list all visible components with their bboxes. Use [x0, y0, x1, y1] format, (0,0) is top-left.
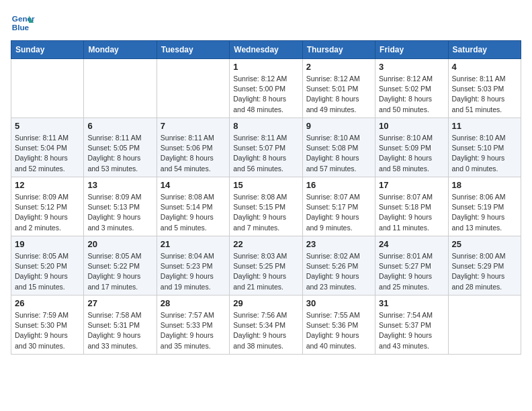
- day-number: 9: [306, 121, 371, 131]
- day-number: 5: [15, 121, 80, 131]
- day-info: Sunrise: 8:10 AMSunset: 5:10 PMDaylight:…: [452, 133, 517, 174]
- calendar-cell: 17Sunrise: 8:07 AMSunset: 5:18 PMDayligh…: [375, 177, 448, 236]
- day-info: Sunrise: 8:07 AMSunset: 5:18 PMDaylight:…: [379, 192, 444, 233]
- day-info: Sunrise: 7:54 AMSunset: 5:37 PMDaylight:…: [379, 310, 444, 351]
- day-number: 26: [15, 298, 80, 308]
- calendar-cell: 8Sunrise: 8:11 AMSunset: 5:07 PMDaylight…: [230, 118, 302, 177]
- page-header: General Blue: [11, 11, 521, 35]
- day-number: 8: [233, 121, 298, 131]
- calendar-cell: 15Sunrise: 8:08 AMSunset: 5:15 PMDayligh…: [230, 177, 302, 236]
- calendar-cell: [157, 59, 229, 118]
- calendar-cell: 26Sunrise: 7:59 AMSunset: 5:30 PMDayligh…: [11, 295, 84, 355]
- day-info: Sunrise: 8:05 AMSunset: 5:20 PMDaylight:…: [15, 251, 80, 292]
- day-number: 11: [452, 121, 517, 131]
- day-number: 13: [87, 180, 152, 190]
- day-info: Sunrise: 8:09 AMSunset: 5:12 PMDaylight:…: [15, 192, 80, 233]
- calendar-week-3: 12Sunrise: 8:09 AMSunset: 5:12 PMDayligh…: [11, 177, 521, 236]
- day-info: Sunrise: 8:11 AMSunset: 5:06 PMDaylight:…: [161, 133, 226, 174]
- weekday-header-sunday: Sunday: [11, 41, 84, 59]
- calendar-body: 1Sunrise: 8:12 AMSunset: 5:00 PMDaylight…: [11, 59, 521, 355]
- calendar-cell: 19Sunrise: 8:05 AMSunset: 5:20 PMDayligh…: [11, 236, 84, 295]
- calendar-week-5: 26Sunrise: 7:59 AMSunset: 5:30 PMDayligh…: [11, 295, 521, 355]
- calendar-cell: 23Sunrise: 8:02 AMSunset: 5:26 PMDayligh…: [302, 236, 375, 295]
- day-info: Sunrise: 8:11 AMSunset: 5:07 PMDaylight:…: [233, 133, 298, 174]
- weekday-header-thursday: Thursday: [302, 41, 375, 59]
- calendar-cell: 31Sunrise: 7:54 AMSunset: 5:37 PMDayligh…: [375, 295, 448, 355]
- weekday-header-tuesday: Tuesday: [157, 41, 229, 59]
- day-info: Sunrise: 8:12 AMSunset: 5:02 PMDaylight:…: [379, 74, 444, 115]
- calendar-cell: 30Sunrise: 7:55 AMSunset: 5:36 PMDayligh…: [302, 295, 375, 355]
- calendar-cell: 25Sunrise: 8:00 AMSunset: 5:29 PMDayligh…: [448, 236, 521, 295]
- day-number: 18: [452, 180, 517, 190]
- day-info: Sunrise: 8:10 AMSunset: 5:08 PMDaylight:…: [306, 133, 371, 174]
- calendar-cell: 4Sunrise: 8:11 AMSunset: 5:03 PMDaylight…: [448, 59, 521, 118]
- day-info: Sunrise: 8:08 AMSunset: 5:15 PMDaylight:…: [233, 192, 298, 233]
- day-number: 3: [379, 62, 444, 72]
- calendar-week-1: 1Sunrise: 8:12 AMSunset: 5:00 PMDaylight…: [11, 59, 521, 118]
- calendar-cell: 10Sunrise: 8:10 AMSunset: 5:09 PMDayligh…: [375, 118, 448, 177]
- day-info: Sunrise: 8:08 AMSunset: 5:14 PMDaylight:…: [161, 192, 226, 233]
- day-number: 19: [15, 239, 80, 249]
- day-info: Sunrise: 8:11 AMSunset: 5:03 PMDaylight:…: [452, 74, 517, 115]
- calendar-cell: 7Sunrise: 8:11 AMSunset: 5:06 PMDaylight…: [157, 118, 229, 177]
- calendar-cell: 29Sunrise: 7:56 AMSunset: 5:34 PMDayligh…: [230, 295, 302, 355]
- logo-icon: General Blue: [11, 11, 35, 35]
- day-number: 27: [87, 298, 152, 308]
- day-info: Sunrise: 8:02 AMSunset: 5:26 PMDaylight:…: [306, 251, 371, 292]
- day-number: 20: [87, 239, 152, 249]
- svg-text:Blue: Blue: [12, 23, 30, 32]
- calendar-week-4: 19Sunrise: 8:05 AMSunset: 5:20 PMDayligh…: [11, 236, 521, 295]
- day-number: 21: [161, 239, 226, 249]
- weekday-header-monday: Monday: [84, 41, 157, 59]
- calendar-cell: 6Sunrise: 8:11 AMSunset: 5:05 PMDaylight…: [84, 118, 157, 177]
- calendar-cell: 16Sunrise: 8:07 AMSunset: 5:17 PMDayligh…: [302, 177, 375, 236]
- calendar-cell: 22Sunrise: 8:03 AMSunset: 5:25 PMDayligh…: [230, 236, 302, 295]
- weekday-header-row: SundayMondayTuesdayWednesdayThursdayFrid…: [11, 41, 521, 59]
- day-info: Sunrise: 8:12 AMSunset: 5:01 PMDaylight:…: [306, 74, 371, 115]
- calendar-cell: 3Sunrise: 8:12 AMSunset: 5:02 PMDaylight…: [375, 59, 448, 118]
- day-info: Sunrise: 8:07 AMSunset: 5:17 PMDaylight:…: [306, 192, 371, 233]
- calendar-cell: 12Sunrise: 8:09 AMSunset: 5:12 PMDayligh…: [11, 177, 84, 236]
- calendar-cell: 2Sunrise: 8:12 AMSunset: 5:01 PMDaylight…: [302, 59, 375, 118]
- day-info: Sunrise: 8:01 AMSunset: 5:27 PMDaylight:…: [379, 251, 444, 292]
- day-number: 1: [233, 62, 298, 72]
- day-number: 28: [161, 298, 226, 308]
- day-number: 31: [379, 298, 444, 308]
- calendar-cell: 28Sunrise: 7:57 AMSunset: 5:33 PMDayligh…: [157, 295, 229, 355]
- day-info: Sunrise: 8:10 AMSunset: 5:09 PMDaylight:…: [379, 133, 444, 174]
- calendar-cell: 20Sunrise: 8:05 AMSunset: 5:22 PMDayligh…: [84, 236, 157, 295]
- day-info: Sunrise: 8:11 AMSunset: 5:05 PMDaylight:…: [87, 133, 152, 174]
- calendar-cell: 18Sunrise: 8:06 AMSunset: 5:19 PMDayligh…: [448, 177, 521, 236]
- calendar-table: SundayMondayTuesdayWednesdayThursdayFrid…: [11, 40, 521, 355]
- day-number: 12: [15, 180, 80, 190]
- calendar-cell: 24Sunrise: 8:01 AMSunset: 5:27 PMDayligh…: [375, 236, 448, 295]
- logo: General Blue: [11, 11, 35, 35]
- weekday-header-wednesday: Wednesday: [230, 41, 302, 59]
- day-info: Sunrise: 8:09 AMSunset: 5:13 PMDaylight:…: [87, 192, 152, 233]
- calendar-cell: 9Sunrise: 8:10 AMSunset: 5:08 PMDaylight…: [302, 118, 375, 177]
- weekday-header-saturday: Saturday: [448, 41, 521, 59]
- day-number: 15: [233, 180, 298, 190]
- day-number: 17: [379, 180, 444, 190]
- calendar-week-2: 5Sunrise: 8:11 AMSunset: 5:04 PMDaylight…: [11, 118, 521, 177]
- day-number: 23: [306, 239, 371, 249]
- day-info: Sunrise: 8:12 AMSunset: 5:00 PMDaylight:…: [233, 74, 298, 115]
- day-info: Sunrise: 8:11 AMSunset: 5:04 PMDaylight:…: [15, 133, 80, 174]
- day-info: Sunrise: 8:04 AMSunset: 5:23 PMDaylight:…: [161, 251, 226, 292]
- calendar-cell: [84, 59, 157, 118]
- calendar-cell: 27Sunrise: 7:58 AMSunset: 5:31 PMDayligh…: [84, 295, 157, 355]
- day-number: 25: [452, 239, 517, 249]
- calendar-cell: 21Sunrise: 8:04 AMSunset: 5:23 PMDayligh…: [157, 236, 229, 295]
- day-number: 6: [87, 121, 152, 131]
- day-info: Sunrise: 7:56 AMSunset: 5:34 PMDaylight:…: [233, 310, 298, 351]
- day-number: 4: [452, 62, 517, 72]
- calendar-cell: [11, 59, 84, 118]
- day-number: 14: [161, 180, 226, 190]
- calendar-cell: 14Sunrise: 8:08 AMSunset: 5:14 PMDayligh…: [157, 177, 229, 236]
- calendar-cell: 13Sunrise: 8:09 AMSunset: 5:13 PMDayligh…: [84, 177, 157, 236]
- day-number: 2: [306, 62, 371, 72]
- day-info: Sunrise: 7:57 AMSunset: 5:33 PMDaylight:…: [161, 310, 226, 351]
- day-number: 30: [306, 298, 371, 308]
- day-number: 29: [233, 298, 298, 308]
- day-info: Sunrise: 7:58 AMSunset: 5:31 PMDaylight:…: [87, 310, 152, 351]
